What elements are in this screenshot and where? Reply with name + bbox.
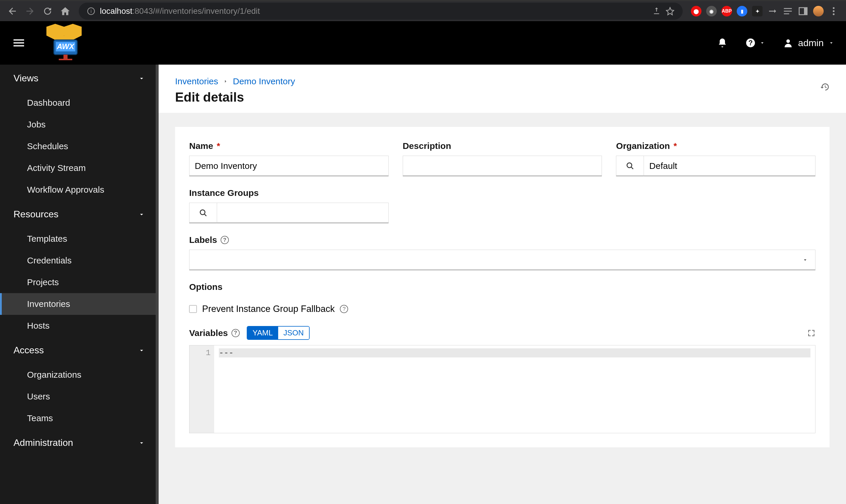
variables-mode-toggle: YAML JSON [247, 326, 310, 340]
chevron-down-icon [138, 439, 145, 446]
help-icon[interactable]: ? [232, 329, 240, 337]
nav-section-label: Access [14, 345, 44, 356]
notifications-icon[interactable] [717, 38, 727, 48]
nav-toggle-icon[interactable] [12, 36, 26, 50]
prevent-fallback-label: Prevent Instance Group Fallback [202, 304, 335, 314]
extension-icon[interactable]: ◉ [706, 6, 717, 16]
labels-select[interactable] [189, 250, 815, 270]
help-menu[interactable]: ? [745, 38, 765, 48]
page-header: Inventories Demo Inventory Edit details [159, 65, 846, 113]
chevron-down-icon [138, 75, 145, 82]
svg-rect-13 [64, 55, 68, 59]
site-info-icon[interactable]: i [87, 7, 95, 15]
breadcrumb: Inventories Demo Inventory [175, 76, 295, 86]
name-input[interactable] [189, 156, 389, 176]
reading-list-icon[interactable] [782, 6, 793, 16]
svg-line-21 [204, 214, 206, 216]
svg-point-5 [833, 10, 834, 12]
nav-item-projects[interactable]: Projects [0, 271, 159, 293]
sidebar: Views Dashboard Jobs Schedules Activity … [0, 65, 159, 504]
nav-item-teams[interactable]: Teams [0, 407, 159, 429]
editor-gutter: 1 [190, 345, 214, 433]
nav-section-access[interactable]: Access [0, 337, 159, 364]
browser-nav [7, 6, 71, 16]
help-icon[interactable]: ? [221, 236, 229, 244]
instance-groups-lookup-button[interactable] [189, 203, 217, 223]
svg-rect-14 [59, 59, 72, 60]
caret-down-icon [802, 257, 808, 263]
search-icon [199, 209, 208, 217]
nav-item-schedules[interactable]: Schedules [0, 136, 159, 157]
extension-icon[interactable]: ✦ [752, 6, 762, 16]
svg-text:?: ? [749, 39, 753, 47]
variables-editor[interactable]: 1 --- [189, 345, 815, 433]
forward-icon[interactable] [25, 6, 35, 16]
browser-chrome: i localhost:8043/#/inventories/inventory… [0, 0, 846, 21]
form-card: Name * Description Organization * [175, 127, 830, 447]
star-icon[interactable] [666, 7, 674, 16]
extensions-menu-icon[interactable] [767, 6, 778, 16]
home-icon[interactable] [60, 6, 71, 16]
nav-section-resources[interactable]: Resources [0, 201, 159, 228]
browser-menu-icon[interactable] [828, 6, 839, 16]
url-bar[interactable]: i localhost:8043/#/inventories/inventory… [79, 3, 683, 20]
extension-abp-icon[interactable]: ABP [721, 6, 732, 16]
variables-toggle-json[interactable]: JSON [278, 327, 309, 339]
nav-item-organizations[interactable]: Organizations [0, 364, 159, 385]
nav-item-workflow-approvals[interactable]: Workflow Approvals [0, 179, 159, 201]
nav-item-dashboard[interactable]: Dashboard [0, 92, 159, 114]
prevent-fallback-checkbox[interactable] [189, 305, 197, 313]
extension-icon[interactable]: ⬤ [691, 6, 701, 16]
nav-item-activity-stream[interactable]: Activity Stream [0, 157, 159, 179]
user-icon [783, 38, 793, 48]
organization-label: Organization [616, 141, 670, 151]
required-asterisk: * [217, 141, 220, 151]
svg-point-20 [200, 210, 205, 214]
svg-point-17 [786, 39, 790, 43]
variables-header: Variables ? YAML JSON [189, 326, 815, 340]
reload-icon[interactable] [42, 6, 53, 16]
instance-groups-input[interactable] [217, 203, 389, 223]
editor-content[interactable]: --- [214, 345, 815, 433]
share-icon[interactable] [652, 7, 661, 16]
labels-label: Labels [189, 235, 217, 245]
nav-item-inventories[interactable]: Inventories [0, 293, 159, 315]
page-title: Edit details [175, 90, 295, 105]
username: admin [798, 38, 824, 49]
organization-input[interactable] [644, 156, 815, 176]
nav-item-templates[interactable]: Templates [0, 228, 159, 250]
breadcrumb-root[interactable]: Inventories [175, 76, 218, 86]
nav-item-hosts[interactable]: Hosts [0, 315, 159, 337]
description-group: Description [403, 141, 602, 176]
labels-group: Labels ? [189, 235, 815, 270]
awx-logo[interactable]: AWX [38, 24, 93, 62]
options-label: Options [189, 282, 222, 292]
profile-avatar[interactable] [813, 6, 824, 16]
nav-section-administration[interactable]: Administration [0, 429, 159, 456]
nav-item-users[interactable]: Users [0, 385, 159, 407]
description-input[interactable] [403, 156, 602, 176]
history-icon[interactable] [820, 82, 830, 92]
prevent-fallback-row: Prevent Instance Group Fallback ? [189, 304, 815, 314]
nav-item-jobs[interactable]: Jobs [0, 114, 159, 136]
svg-text:i: i [90, 8, 92, 14]
variables-label: Variables [189, 328, 228, 338]
app-header: AWX ? admin [0, 21, 846, 65]
user-menu[interactable]: admin [783, 38, 834, 49]
description-label: Description [403, 141, 451, 151]
nav-item-credentials[interactable]: Credentials [0, 250, 159, 271]
svg-point-4 [833, 7, 834, 9]
help-icon: ? [745, 38, 756, 48]
organization-group: Organization * [616, 141, 815, 176]
expand-icon[interactable] [807, 329, 815, 337]
nav-section-views[interactable]: Views [0, 65, 159, 92]
extension-icon[interactable]: ▮ [737, 6, 747, 16]
variables-toggle-yaml[interactable]: YAML [247, 327, 278, 339]
help-icon[interactable]: ? [340, 305, 348, 313]
back-icon[interactable] [7, 6, 18, 16]
organization-lookup-button[interactable] [616, 156, 644, 176]
breadcrumb-item[interactable]: Demo Inventory [233, 76, 295, 86]
panel-icon[interactable] [798, 6, 808, 16]
chevron-down-icon [138, 347, 145, 354]
search-icon [626, 162, 634, 170]
